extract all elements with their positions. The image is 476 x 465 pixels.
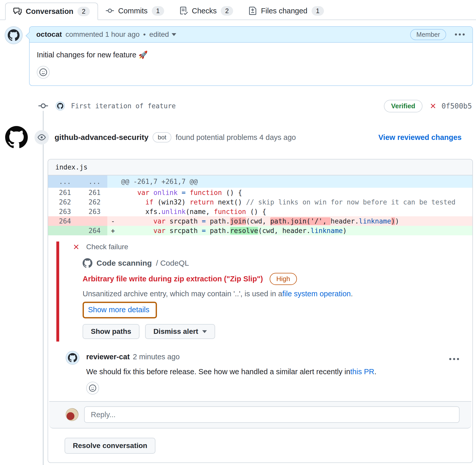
- check-status-row: Check failure: [72, 242, 462, 252]
- diff-row-ctx: 261261 var onlink = function () {: [48, 188, 472, 197]
- check-status-label: Check failure: [86, 243, 128, 251]
- comment-action: commented 1 hour ago: [66, 30, 140, 39]
- smiley-icon: [89, 384, 96, 392]
- diff-code-line: xfs.unlink(name, function () {: [107, 207, 472, 216]
- edited-dropdown[interactable]: edited: [149, 30, 176, 39]
- alert-description: Unsanitized archive entry, which may con…: [83, 289, 462, 299]
- dismiss-alert-button[interactable]: Dismiss alert: [145, 324, 215, 339]
- alert-title[interactable]: Arbitrary file write during zip extracti…: [83, 275, 263, 283]
- diff-code-line: @@ -261,7 +261,7 @@: [107, 175, 472, 188]
- line-number[interactable]: 261: [78, 188, 107, 197]
- kebab-menu-icon[interactable]: [454, 31, 466, 38]
- alert-description-period: .: [351, 290, 353, 298]
- line-number[interactable]: ...: [48, 175, 78, 188]
- show-more-details-highlight-box: Show more details: [83, 302, 157, 318]
- reply-avatar: [66, 408, 78, 421]
- review-comment-text: We should fix this before release. See h…: [86, 368, 350, 376]
- edited-label: edited: [149, 30, 169, 39]
- comment-text: Initial changes for new feature 🚀: [37, 50, 465, 59]
- tab-label: Checks: [192, 7, 217, 15]
- diff-row-ctx: 263263 xfs.unlink(name, function () {: [48, 207, 472, 216]
- comment-header: octocat commented 1 hour ago • edited Me…: [30, 27, 472, 43]
- commit-sha[interactable]: 0f500b5: [442, 102, 472, 110]
- chevron-down-icon: [202, 330, 207, 333]
- line-number[interactable]: 264: [48, 216, 78, 226]
- bot-badge: bot: [153, 132, 171, 142]
- this-pr-link[interactable]: this PR: [350, 368, 374, 376]
- severity-badge: High: [270, 273, 297, 285]
- tab-counter: 1: [152, 6, 164, 16]
- show-more-details-link[interactable]: Show more details: [88, 306, 149, 314]
- smiley-icon: [39, 68, 47, 76]
- comment-box: octocat commented 1 hour ago • edited Me…: [29, 26, 473, 86]
- line-number[interactable]: 262: [78, 197, 107, 207]
- line-number[interactable]: 263: [78, 207, 107, 216]
- review-comment-time: 2 minutes ago: [133, 353, 180, 361]
- verified-badge[interactable]: Verified: [384, 100, 422, 112]
- tool-name[interactable]: Code scanning: [96, 259, 152, 267]
- review-thread-container: index.js ......@@ -261,7 +261,7 @@261261…: [48, 159, 473, 463]
- line-number[interactable]: [48, 226, 78, 235]
- check-failure-annotation: Check failure Code scanning / CodeQL Arb…: [48, 235, 472, 347]
- comment-body: Initial changes for new feature 🚀: [30, 43, 472, 85]
- tab-counter: 1: [312, 6, 324, 16]
- comment-author[interactable]: octocat: [36, 30, 62, 39]
- review-comment-body: We should fix this before release. See h…: [86, 367, 462, 377]
- tab-checks[interactable]: Checks 2: [172, 2, 241, 20]
- pr-tab-nav: Conversation 2 Commits 1 Checks 2 Files …: [0, 0, 476, 20]
- file-name[interactable]: index.js: [55, 163, 87, 171]
- git-commit-icon: [38, 101, 49, 111]
- avatar[interactable]: [5, 26, 23, 44]
- review-comment-author[interactable]: reviewer-cat: [86, 353, 130, 361]
- add-reaction-button[interactable]: [86, 382, 99, 395]
- line-number[interactable]: 261: [48, 188, 78, 197]
- diff-code-line: + var srcpath = path.resolve(cwd, header…: [107, 226, 472, 235]
- reply-input[interactable]: [84, 406, 460, 423]
- tab-label: Commits: [118, 7, 147, 15]
- line-number[interactable]: [78, 216, 107, 226]
- comment-discussion-icon: [13, 7, 22, 15]
- line-number[interactable]: 262: [48, 197, 78, 207]
- failure-severity-bar: [56, 242, 59, 342]
- resolve-conversation-button[interactable]: Resolve conversation: [65, 438, 155, 454]
- tab-label: Files changed: [261, 7, 307, 15]
- review-comment-period: .: [374, 368, 376, 376]
- alert-title-row: Arbitrary file write during zip extracti…: [83, 273, 462, 284]
- view-reviewed-changes-link[interactable]: View reviewed changes: [378, 133, 462, 142]
- kebab-menu-icon[interactable]: [448, 356, 460, 362]
- check-failed-x-icon[interactable]: [429, 102, 437, 110]
- line-number[interactable]: 263: [48, 207, 78, 216]
- reply-footer: [49, 401, 471, 428]
- dismiss-alert-label: Dismiss alert: [153, 327, 198, 336]
- file-system-operation-link[interactable]: file system operation: [282, 290, 351, 298]
- issue-comment: octocat commented 1 hour ago • edited Me…: [29, 26, 473, 86]
- git-commit-icon: [106, 7, 114, 15]
- diff-file-header: index.js: [48, 159, 472, 175]
- x-icon: [72, 243, 80, 251]
- add-reaction-button[interactable]: [37, 66, 50, 79]
- show-paths-button[interactable]: Show paths: [83, 324, 139, 339]
- line-number[interactable]: 264: [78, 226, 107, 235]
- avatar[interactable]: [66, 351, 80, 365]
- timeline-line: [43, 101, 44, 465]
- github-logo-avatar[interactable]: [5, 126, 28, 149]
- avatar[interactable]: [56, 101, 65, 111]
- commit-message[interactable]: First iteration of feature: [71, 102, 176, 110]
- line-number[interactable]: ...: [78, 175, 107, 188]
- tab-counter: 2: [77, 7, 90, 16]
- code-scanning-row: Code scanning / CodeQL: [83, 258, 462, 268]
- file-diff-icon: [249, 7, 257, 15]
- comment-separator: •: [143, 30, 146, 39]
- review-author[interactable]: github-advanced-security: [55, 133, 148, 142]
- tool-suffix: / CodeQL: [156, 259, 189, 267]
- github-mark-icon: [83, 258, 92, 268]
- eye-icon: [34, 130, 49, 145]
- diff-code-line: if (win32) return next() // skip links o…: [107, 197, 472, 207]
- diff-code-line: - var srcpath = path.join(cwd, path.join…: [107, 216, 472, 226]
- tab-label: Conversation: [26, 7, 73, 16]
- tab-files-changed[interactable]: Files changed 1: [241, 2, 331, 20]
- tab-commits[interactable]: Commits 1: [98, 2, 172, 20]
- chevron-down-icon: [172, 33, 176, 36]
- tab-conversation[interactable]: Conversation 2: [5, 3, 98, 20]
- tab-counter: 2: [221, 6, 233, 16]
